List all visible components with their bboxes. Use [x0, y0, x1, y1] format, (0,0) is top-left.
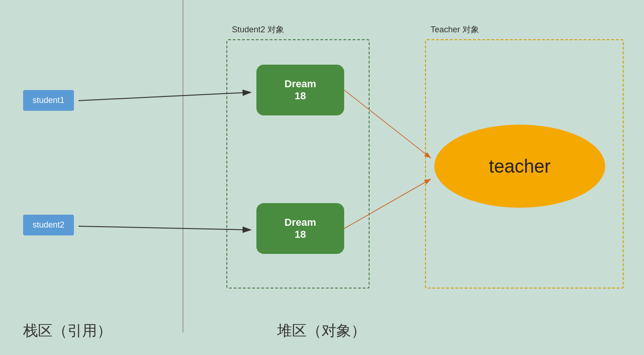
teacher-ellipse: teacher: [434, 125, 605, 208]
dream-box-bottom-text: Dream 18: [285, 217, 316, 241]
student2-label: student2: [32, 220, 64, 229]
student1-label: student1: [32, 96, 64, 105]
arrow-student2-dream2: [79, 226, 251, 230]
dream-box-bottom: Dream 18: [256, 203, 344, 254]
arrow-student1-dream1: [79, 92, 251, 101]
divider: [182, 0, 183, 332]
teacher-object-label: Teacher 对象: [431, 24, 479, 35]
dream-box-top: Dream 18: [256, 65, 344, 115]
student2-object-label: Student2 对象: [232, 24, 284, 35]
student1-box: student1: [23, 90, 74, 111]
zone-label-stack: 栈区（引用）: [23, 321, 112, 341]
student2-box: student2: [23, 215, 74, 235]
zone-label-heap: 堆区（对象）: [277, 321, 366, 341]
teacher-label: teacher: [489, 156, 550, 177]
dream-box-top-text: Dream 18: [285, 78, 316, 102]
diagram: 栈区（引用） 堆区（对象） student1 student2 Student2…: [0, 0, 644, 355]
